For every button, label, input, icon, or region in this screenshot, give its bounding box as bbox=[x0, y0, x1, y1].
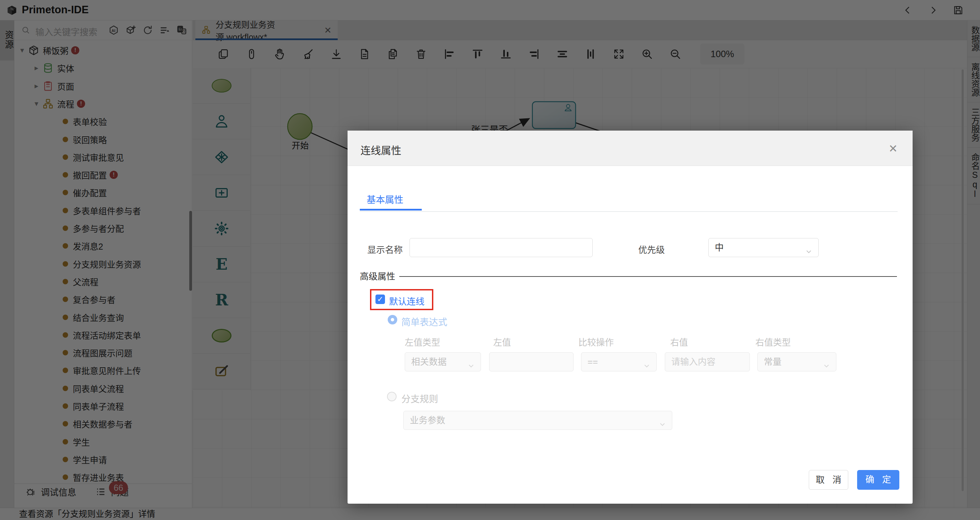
branch-rule-radio[interactable] bbox=[387, 392, 396, 401]
display-name-input[interactable] bbox=[409, 238, 593, 257]
expr-col-label-4: 右值类型 bbox=[755, 335, 791, 348]
chevron-down-icon bbox=[822, 358, 830, 366]
expr-col-label-2: 比较操作 bbox=[578, 335, 614, 348]
tab-divider bbox=[360, 211, 897, 212]
right-type-select[interactable]: 常量 bbox=[757, 352, 836, 371]
priority-label: 优先级 bbox=[638, 243, 665, 255]
left-value-input[interactable] bbox=[489, 352, 574, 371]
expr-col-label-1: 左值 bbox=[493, 335, 511, 348]
display-name-label: 显示名称 bbox=[367, 243, 402, 255]
branch-rule-label[interactable]: 分支规则 bbox=[401, 392, 438, 405]
operator-select[interactable]: == bbox=[581, 352, 657, 371]
chevron-down-icon bbox=[467, 358, 475, 366]
priority-select[interactable]: 中 bbox=[708, 238, 819, 257]
left-type-select[interactable]: 相关数据 bbox=[405, 352, 481, 371]
default-line-checkbox[interactable]: ✓ bbox=[375, 295, 385, 304]
right-value-input[interactable]: 请输入内容 bbox=[665, 352, 750, 371]
expr-col-label-0: 左值类型 bbox=[405, 335, 440, 348]
chevron-down-icon bbox=[805, 244, 813, 252]
ok-button[interactable]: 确 定 bbox=[857, 470, 899, 490]
chevron-down-icon bbox=[658, 416, 667, 425]
simple-expression-radio[interactable] bbox=[388, 315, 397, 325]
dialog-close-icon[interactable]: ✕ bbox=[888, 142, 897, 155]
advanced-section-title: 高级属性 bbox=[360, 270, 395, 282]
expr-col-label-3: 右值 bbox=[670, 335, 688, 348]
cancel-button[interactable]: 取 消 bbox=[809, 470, 848, 490]
default-line-label[interactable]: 默认连线 bbox=[389, 295, 425, 307]
chevron-down-icon bbox=[643, 358, 651, 366]
advanced-section-line bbox=[399, 276, 897, 277]
tab-basic-properties[interactable]: 基本属性 bbox=[367, 192, 403, 206]
simple-expression-label[interactable]: 简单表达式 bbox=[401, 315, 447, 328]
tab-underline bbox=[360, 209, 422, 211]
edge-properties-dialog: 连线属性 ✕ 基本属性 显示名称 优先级 中 高级属性 ✓ 默认连线 简单表达式… bbox=[348, 131, 913, 504]
dialog-title: 连线属性 bbox=[361, 142, 401, 157]
branch-rule-select[interactable]: 业务参数 bbox=[403, 411, 672, 430]
dialog-header: 连线属性 ✕ bbox=[348, 131, 913, 166]
